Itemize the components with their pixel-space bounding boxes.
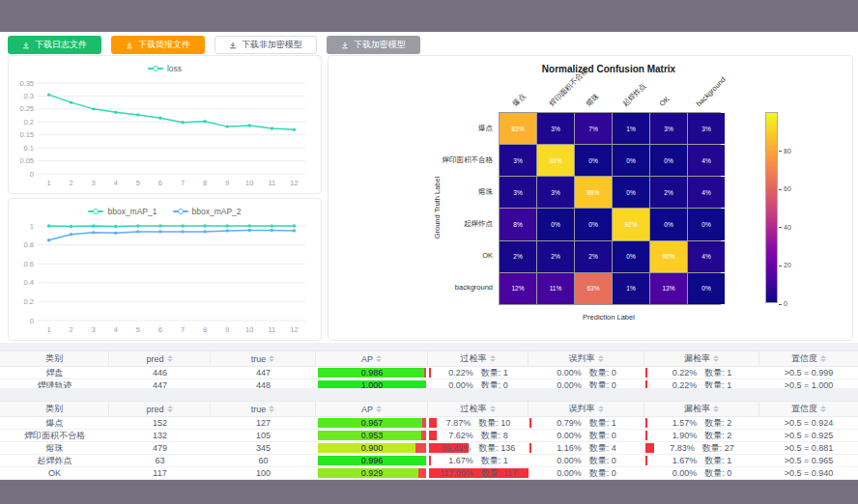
separator-band <box>0 388 858 401</box>
heatmap-cell: 8% <box>500 209 536 239</box>
sort-caret-icon[interactable] <box>713 355 719 362</box>
legend-marker-icon <box>88 210 103 212</box>
over-detect-rate-cell: 0.22%数量: 1 <box>428 367 529 378</box>
over-detect-rate-cell: 7.87%数量: 10 <box>428 417 529 429</box>
column-header[interactable]: 过检率 <box>428 351 529 366</box>
download-button-3[interactable]: 下载非加密模型 <box>214 36 317 54</box>
column-header-label: 过检率 <box>461 403 487 415</box>
sort-caret-icon[interactable] <box>269 406 274 412</box>
miss-detect-rate-count: 数量: 1 <box>704 367 731 378</box>
heatmap-cell: 3% <box>537 177 574 208</box>
class-name: 起焊炸点 <box>0 455 109 467</box>
ap-cell: 0.986 <box>316 368 428 378</box>
misjudge-rate-count: 数量: 0 <box>589 467 616 479</box>
svg-text:3: 3 <box>92 179 96 187</box>
confidence-value: >0.5 = 0.940 <box>759 468 858 478</box>
column-header: 类别 <box>0 351 109 366</box>
misjudge-rate-cell: 1.16%数量: 4 <box>529 442 644 454</box>
sort-caret-icon[interactable] <box>167 355 173 362</box>
sort-caret-icon[interactable] <box>490 406 496 412</box>
column-header[interactable]: pred <box>109 351 211 366</box>
sort-caret-icon[interactable] <box>269 355 274 362</box>
sort-caret-icon[interactable] <box>820 406 826 412</box>
ap-bar-track: 0.953 <box>318 431 426 440</box>
class-metrics-table: 类别predtrueAP过检率误判率漏检率置信度爆点1521270.9677.8… <box>0 401 858 480</box>
sort-caret-icon[interactable] <box>376 406 382 412</box>
svg-text:9: 9 <box>225 325 229 334</box>
sort-caret-icon[interactable] <box>713 406 719 412</box>
over-detect-rate-pct: 39.42% <box>442 443 472 453</box>
sort-caret-icon[interactable] <box>490 355 496 362</box>
ap-cell: 0.953 <box>316 431 428 440</box>
sort-caret-icon[interactable] <box>376 355 382 362</box>
column-header[interactable]: pred <box>109 402 211 416</box>
sort-caret-icon[interactable] <box>598 355 604 362</box>
download-button-4[interactable]: 下载加密模型 <box>327 36 420 54</box>
summary-table: 类别predtrueAP过检率误判率漏检率置信度焊盘4464470.9860.2… <box>0 350 858 392</box>
column-header[interactable]: 误判率 <box>529 351 644 366</box>
misjudge-rate-count: 数量: 4 <box>589 442 616 454</box>
top-window-strip <box>0 0 858 32</box>
rate-bar <box>429 431 437 440</box>
true-value: 447 <box>211 368 316 378</box>
download-button-label: 下载加密模型 <box>354 41 406 49</box>
sort-caret-icon[interactable] <box>167 406 173 412</box>
misjudge-rate-cell: 0.79%数量: 1 <box>529 417 644 429</box>
miss-detect-rate-pct: 0.22% <box>672 368 698 378</box>
matrix-col-label: 爆点 <box>511 92 528 108</box>
column-header[interactable]: 漏检率 <box>644 351 759 366</box>
column-header-label: 误判率 <box>569 352 595 365</box>
miss-detect-rate-count: 数量: 0 <box>704 467 731 479</box>
sort-caret-icon[interactable] <box>598 406 604 412</box>
ap-cell: 0.996 <box>316 456 428 465</box>
miss-detect-rate-count: 数量: 1 <box>704 455 731 466</box>
over-detect-rate-pct: 117.00% <box>440 468 473 478</box>
heatmap-cell: 3% <box>688 113 725 144</box>
legend-marker-icon <box>173 210 188 212</box>
true-value: 105 <box>211 431 316 440</box>
column-header[interactable]: 误判率 <box>529 402 644 416</box>
legend-item[interactable]: bbox_mAP_1 <box>88 207 157 216</box>
true-value: 100 <box>211 468 316 478</box>
ap-cell: 0.929 <box>316 468 428 478</box>
pred-value: 117 <box>109 468 211 478</box>
svg-text:1: 1 <box>30 222 34 231</box>
svg-text:6: 6 <box>158 179 162 187</box>
ap-cell: 0.900 <box>316 443 428 453</box>
svg-text:9: 9 <box>225 179 229 187</box>
column-header-label: 置信度 <box>791 403 817 415</box>
ap-value: 0.953 <box>318 431 426 440</box>
column-header-label: pred <box>146 354 163 364</box>
column-header[interactable]: true <box>211 351 316 366</box>
column-header[interactable]: 置信度 <box>759 351 858 366</box>
heatmap-cell: 2% <box>500 241 536 272</box>
miss-detect-rate-pct: 1.57% <box>672 418 698 428</box>
ap-cell: 0.967 <box>316 418 428 428</box>
sort-caret-icon[interactable] <box>820 355 826 362</box>
over-detect-rate-cell: 1.67%数量: 1 <box>428 455 529 466</box>
column-header[interactable]: 漏检率 <box>644 402 759 416</box>
download-button-1[interactable]: 下载日志文件 <box>8 36 101 54</box>
column-header-label: AP <box>361 354 373 364</box>
column-header[interactable]: 过检率 <box>428 402 529 416</box>
rate-bar <box>429 456 431 465</box>
column-header[interactable]: 置信度 <box>759 402 858 416</box>
table-row: OK1171000.929117.00%数量: 1170.00%数量: 00.0… <box>0 467 858 480</box>
misjudge-rate-pct: 0.00% <box>557 468 582 478</box>
over-detect-rate-count: 数量: 10 <box>478 417 510 429</box>
ap-bar-track: 0.929 <box>318 468 426 478</box>
legend-label: loss <box>167 64 182 73</box>
download-button-2[interactable]: 下载简报文件 <box>111 36 205 54</box>
misjudge-rate-cell: 0.00%数量: 0 <box>529 455 644 466</box>
miss-detect-rate-pct: 1.90% <box>672 431 698 440</box>
svg-text:0.1: 0.1 <box>24 144 34 153</box>
table-header-row: 类别predtrueAP过检率误判率漏检率置信度 <box>0 401 858 417</box>
legend-item[interactable]: bbox_mAP_2 <box>173 207 242 216</box>
column-header[interactable]: AP <box>316 402 428 416</box>
column-header[interactable]: true <box>211 402 316 416</box>
column-header[interactable]: AP <box>316 351 428 366</box>
svg-text:12: 12 <box>290 325 298 334</box>
legend-item[interactable]: loss <box>148 64 182 73</box>
matrix-row-label: background <box>455 271 493 303</box>
svg-text:2: 2 <box>70 325 73 334</box>
